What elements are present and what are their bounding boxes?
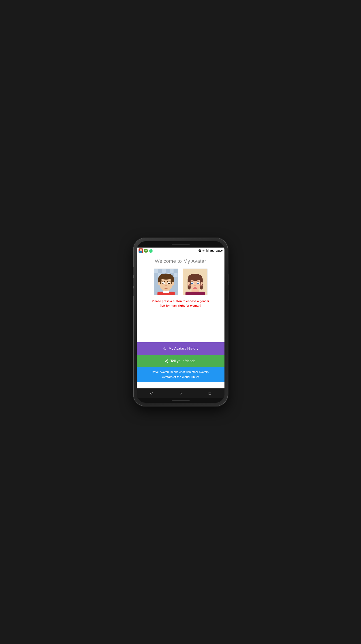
svg-point-30 — [163, 283, 164, 284]
avatar-row — [154, 268, 207, 296]
svg-rect-10 — [158, 269, 162, 273]
gender-instruction: Please press a button to choose a gender… — [147, 299, 214, 308]
welcome-section: Welcome to My Avatar — [137, 254, 224, 342]
svg-rect-8 — [162, 269, 166, 273]
notification-badge: 74 — [144, 249, 148, 253]
svg-point-1 — [140, 249, 142, 251]
svg-point-51 — [193, 287, 197, 289]
share-icon — [165, 359, 169, 363]
svg-rect-37 — [185, 292, 205, 295]
home-button[interactable]: ○ — [175, 389, 187, 398]
female-avatar-image — [183, 269, 207, 295]
bottom-indicator — [172, 400, 190, 401]
svg-rect-9 — [170, 269, 173, 273]
svg-point-50 — [194, 285, 196, 286]
status-time: 21:09 — [216, 249, 222, 252]
status-right: 21:09 — [198, 249, 222, 252]
wifi-icon — [202, 249, 205, 252]
app-content: Welcome to My Avatar — [137, 254, 224, 388]
recents-button[interactable]: □ — [204, 389, 216, 398]
female-avatar-button[interactable] — [183, 268, 207, 296]
phone-device: 74 — [134, 238, 228, 406]
nav-bar: ◁ ○ □ — [137, 388, 224, 398]
svg-point-53 — [199, 284, 203, 287]
svg-rect-2 — [139, 251, 142, 253]
phone-bottom-bar — [137, 398, 224, 403]
svg-point-55 — [201, 282, 203, 285]
svg-point-31 — [169, 283, 169, 284]
svg-point-33 — [158, 282, 160, 285]
avatars-history-button[interactable]: ☺ My Avatars History — [137, 342, 224, 355]
male-avatar-image — [154, 269, 178, 295]
app-icon-status — [139, 248, 143, 253]
svg-rect-15 — [173, 273, 177, 277]
svg-rect-16 — [154, 273, 158, 277]
battery-icon — [210, 249, 214, 252]
svg-point-34 — [172, 282, 174, 285]
screen: 74 — [137, 248, 224, 388]
signal-icon — [206, 249, 209, 252]
svg-rect-7 — [154, 269, 158, 273]
svg-point-32 — [165, 285, 167, 286]
svg-point-49 — [198, 282, 199, 283]
avatarium-button[interactable]: Install Avatarium and chat with other av… — [137, 367, 224, 382]
male-avatar-button[interactable] — [154, 268, 178, 296]
svg-rect-5 — [211, 250, 213, 251]
svg-rect-21 — [163, 291, 169, 294]
do-not-disturb-icon — [198, 249, 201, 252]
status-left: 74 — [139, 248, 199, 253]
status-bar: 74 — [137, 248, 224, 254]
back-button[interactable]: ◁ — [145, 389, 158, 398]
phone-inner: 74 — [137, 241, 224, 403]
svg-rect-11 — [166, 269, 170, 273]
android-icon — [149, 249, 153, 253]
tell-friends-button[interactable]: Tell your friends! — [137, 355, 224, 367]
svg-rect-12 — [173, 269, 177, 273]
phone-top-bar — [137, 241, 224, 248]
svg-point-54 — [188, 282, 190, 285]
smiley-icon: ☺ — [163, 346, 167, 351]
welcome-title: Welcome to My Avatar — [155, 258, 206, 264]
speaker — [172, 244, 190, 245]
bottom-spacer — [137, 382, 224, 388]
svg-point-52 — [188, 284, 191, 287]
svg-rect-4 — [214, 250, 214, 251]
svg-point-48 — [192, 282, 192, 283]
